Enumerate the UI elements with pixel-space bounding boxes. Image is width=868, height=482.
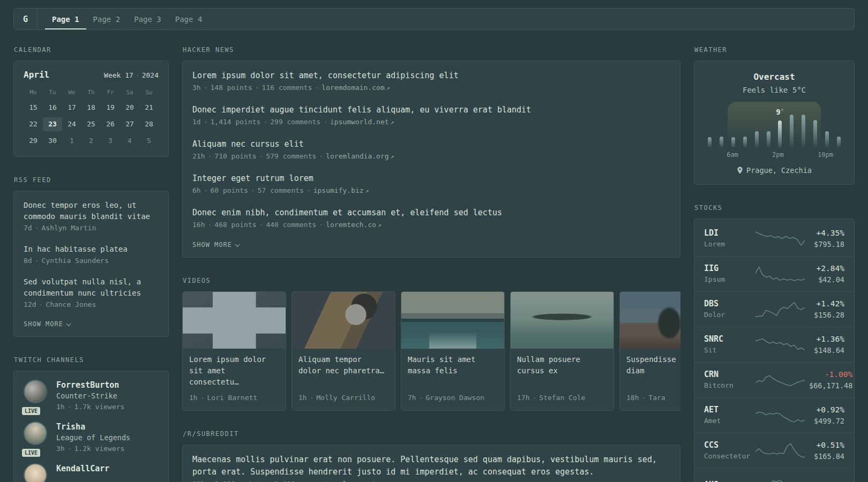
dot-separator: · (323, 118, 327, 126)
stock-row[interactable]: DBS Dolor +1.42% $156.28 (694, 292, 854, 327)
hackernews-show-more-button[interactable]: SHOW MORE (192, 241, 670, 248)
stock-row[interactable]: CCS Consectetur +0.51% $165.84 (694, 433, 854, 469)
hackernews-item[interactable]: Integer eget rutrum lorem 6h·60 points·5… (192, 172, 670, 197)
video-card[interactable]: Aliquam tempor dolor nec pharetra… 1h·Mo… (291, 291, 395, 411)
nav-tab-label: Page 1 (52, 15, 79, 24)
video-title[interactable]: Lorem ipsum dolor sit amet consectetu… (189, 354, 279, 388)
hackernews-item[interactable]: Lorem ipsum dolor sit amet, consectetur … (192, 70, 670, 94)
dot-separator: · (255, 84, 259, 92)
twitch-channel-info: Trisha League of Legends 3h·1.2k viewers (56, 421, 130, 454)
stock-row[interactable]: LDI Lorem +4.35% $795.18 (694, 221, 854, 257)
item-points: 1,414 points (210, 118, 260, 126)
item-comments: 440 comments (266, 221, 316, 229)
item-domain[interactable]: loremtech.co (326, 221, 376, 229)
nav-tabs: Page 1Page 2Page 3Page 4 (38, 9, 209, 29)
rss-item-title[interactable]: In hac habitasse platea (24, 244, 159, 255)
video-thumbnail[interactable] (401, 292, 504, 349)
dot-separator: · (200, 394, 205, 402)
twitch-channel-info: ForrestBurton Counter-Strike 1h·1.7k vie… (56, 380, 124, 412)
videos-row: Lorem ipsum dolor sit amet consectetu… 1… (182, 291, 680, 411)
hackernews-item-title[interactable]: Aliquam nec cursus elit (192, 138, 670, 150)
item-domain[interactable]: loremnet.xyz (342, 480, 393, 482)
video-card[interactable]: Suspendisse posuere diam 18h·Tara (619, 291, 680, 411)
hackernews-item-title[interactable]: Donec imperdiet augue tincidunt felis al… (192, 104, 670, 116)
show-more-label: SHOW MORE (24, 320, 63, 328)
video-card[interactable]: Nullam posuere cursus ex 17h·Stefan Cole (510, 291, 614, 411)
calendar-day: 19 (101, 101, 120, 115)
video-title[interactable]: Aliquam tempor dolor nec pharetra… (298, 354, 388, 376)
twitch-card: LIVE ForrestBurton Counter-Strike 1h·1.7… (13, 371, 169, 482)
stock-row[interactable]: CRN Bitcorn -1.00% $66,171.48 (694, 363, 854, 398)
nav-tab[interactable]: Page 2 (86, 9, 128, 29)
twitch-avatar-wrap (24, 463, 48, 482)
stock-row[interactable]: AET Amet +0.92% $499.72 (694, 398, 854, 433)
calendar-day: 2 (81, 134, 101, 148)
calendar-weekday-label: Fr (101, 87, 120, 98)
twitch-channel-row[interactable]: LIVE ForrestBurton Counter-Strike 1h·1.7… (24, 380, 159, 412)
video-title[interactable]: Mauris sit amet massa felis (408, 354, 498, 376)
twitch-channel-row[interactable]: LIVE Trisha League of Legends 3h·1.2k vi… (24, 421, 159, 454)
rss-show-more-button[interactable]: SHOW MORE (24, 320, 159, 328)
video-title[interactable]: Suspendisse posuere diam (626, 354, 680, 376)
rss-list: Donec tempor eros leo, ut commodo mauris… (24, 200, 159, 311)
rss-item-title[interactable]: Sed volutpat nulla nisl, a condimentum n… (24, 276, 159, 299)
subreddit-post-title[interactable]: Maecenas mollis pulvinar erat non posuer… (192, 454, 670, 478)
video-thumbnail[interactable] (292, 292, 395, 349)
chevron-down-icon (235, 242, 240, 247)
stock-values: +0.46% (809, 479, 844, 482)
item-age: 16h (192, 221, 205, 229)
stock-symbol: CCS (704, 440, 751, 451)
right-column: WEATHER Overcast Feels like 5°C 9° 6am2p… (694, 46, 855, 482)
video-card-body: Aliquam tempor dolor nec pharetra… 1h·Mo… (292, 349, 395, 410)
stock-row[interactable]: SNRC Sit +1.36% $148.64 (694, 327, 854, 363)
stock-row[interactable]: AHS +0.46% (694, 469, 854, 482)
hackernews-item-title[interactable]: Donec enim nibh, condimentum et accumsan… (192, 207, 670, 219)
weather-current-temp: 9° (776, 108, 784, 116)
twitch-channel-name[interactable]: KendallCarr (56, 463, 109, 474)
hackernews-item[interactable]: Donec enim nibh, condimentum et accumsan… (192, 207, 670, 231)
item-domain[interactable]: ipsumworld.net (330, 118, 389, 126)
nav-tab[interactable]: Page 4 (168, 9, 209, 29)
nav-tab[interactable]: Page 3 (127, 9, 168, 29)
weather-widget: WEATHER Overcast Feels like 5°C 9° 6am2p… (694, 46, 855, 185)
nav-tab[interactable]: Page 1 (45, 9, 86, 29)
hackernews-item[interactable]: Donec imperdiet augue tincidunt felis al… (192, 104, 670, 128)
weather-bar (825, 131, 829, 148)
weather-tick-label: 10pm (818, 151, 833, 159)
video-card[interactable]: Lorem ipsum dolor sit amet consectetu… 1… (182, 291, 286, 411)
hackernews-item-title[interactable]: Integer eget rutrum lorem (192, 172, 670, 185)
rss-item-title[interactable]: Donec tempor eros leo, ut commodo mauris… (24, 200, 159, 222)
stock-id: IIG Ipsum (704, 263, 751, 285)
dot-separator: · (204, 118, 208, 126)
hackernews-section-title: HACKER NEWS (183, 46, 680, 54)
app-logo[interactable]: G (14, 9, 38, 29)
stock-sparkline (755, 475, 805, 482)
weather-tick-empty (806, 151, 818, 159)
calendar-card: April Week 17·2024 MoTuWeThFrSaSu1516171… (13, 61, 169, 157)
rss-item[interactable]: Sed volutpat nulla nisl, a condimentum n… (24, 276, 159, 311)
item-domain[interactable]: loremlandia.org (326, 152, 388, 160)
hackernews-item-title[interactable]: Lorem ipsum dolor sit amet, consectetur … (192, 70, 670, 82)
weather-bar-cell (751, 131, 762, 148)
stock-row[interactable]: IIG Ipsum +2.84% $42.04 (694, 257, 854, 292)
weather-degree-symbol: ° (781, 108, 784, 115)
rss-item[interactable]: In hac habitasse platea 8d·Cynthia Saund… (24, 244, 159, 267)
twitch-channel-name[interactable]: Trisha (56, 421, 130, 432)
stock-change-percent: +0.51% (809, 440, 844, 451)
subreddit-post[interactable]: Maecenas mollis pulvinar erat non posuer… (192, 454, 670, 482)
item-age: 1h (298, 394, 307, 402)
video-thumbnail[interactable] (620, 292, 680, 349)
item-domain[interactable]: ipsumify.biz (313, 186, 364, 194)
video-thumbnail[interactable] (511, 292, 613, 349)
rss-item[interactable]: Donec tempor eros leo, ut commodo mauris… (24, 200, 159, 234)
weather-bar-cell (821, 131, 833, 148)
twitch-channel-name[interactable]: ForrestBurton (56, 380, 124, 390)
stock-symbol: CRN (704, 369, 751, 380)
video-title[interactable]: Nullam posuere cursus ex (517, 354, 607, 376)
hackernews-item[interactable]: Aliquam nec cursus elit 21h·710 points·5… (192, 138, 670, 162)
nav-tab-label: Page 4 (175, 15, 203, 24)
twitch-channel-row[interactable]: KendallCarr (24, 463, 159, 482)
video-card[interactable]: Mauris sit amet massa felis 7h·Grayson D… (401, 291, 505, 411)
item-domain[interactable]: loremdomain.com (321, 84, 384, 92)
video-thumbnail[interactable] (183, 292, 286, 349)
